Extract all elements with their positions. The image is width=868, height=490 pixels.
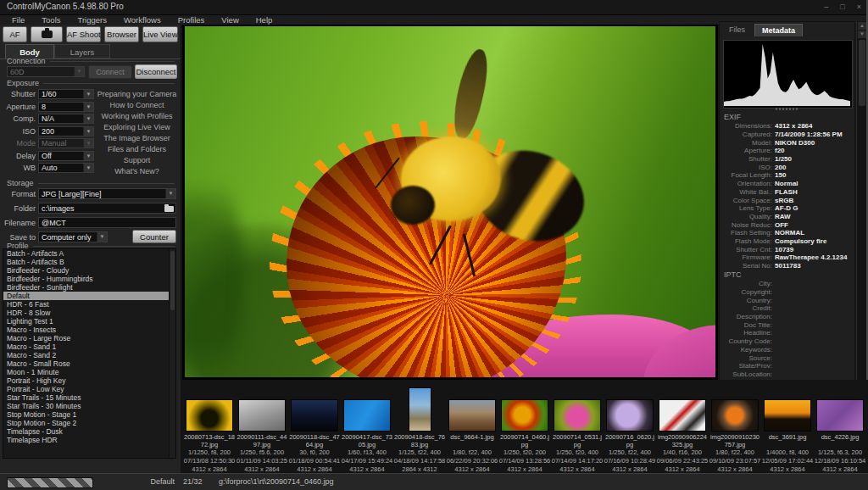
scrollbar-thumb[interactable] — [170, 251, 175, 310]
menu-item-view[interactable]: View — [213, 15, 247, 25]
thumbnail[interactable]: 20090417-dsc_7305.jpg1/60, f13, 40004/17… — [341, 387, 393, 472]
camera-select[interactable]: 60D ▼ — [7, 66, 85, 77]
folder-field[interactable]: c:\images — [38, 203, 176, 214]
chevron-down-icon[interactable]: ▼ — [83, 127, 93, 136]
scroll-up-icon[interactable]: ▲ — [858, 22, 866, 30]
thumbnail-image[interactable] — [291, 399, 338, 432]
thumbnail[interactable]: img20090906224325.jpg1/40, f16, 20009/06… — [656, 387, 709, 472]
thumbnail-image[interactable] — [659, 399, 706, 432]
format-select[interactable]: JPG [Large][Fine] ▼ — [38, 188, 176, 199]
live-view-button[interactable]: Live View — [142, 26, 178, 42]
shoot-button[interactable] — [31, 26, 63, 42]
tab-files[interactable]: Files — [722, 24, 752, 36]
thumbnail-image[interactable] — [554, 399, 601, 432]
thumbnail-image[interactable] — [343, 399, 391, 432]
profile-item[interactable]: Macro - Sand 1 — [3, 342, 175, 351]
thumbnail[interactable]: 20090714_0531.jpg1/250, f20, 40007/14/09… — [551, 387, 604, 472]
thumbnail-image[interactable] — [409, 387, 431, 432]
maximize-icon[interactable]: □ — [840, 1, 844, 14]
thumbnail[interactable]: dsc_3691.jpg1/4000, f8, 40012/05/09 17:0… — [761, 387, 814, 472]
profile-item[interactable]: Batch - Artifacts A — [3, 249, 175, 258]
profile-item[interactable]: Star Trails - 30 Minutes — [3, 402, 175, 410]
menu-item-profiles[interactable]: Profiles — [170, 15, 214, 25]
help-link-exploring-live-view[interactable]: Exploring Live View — [95, 122, 179, 133]
disconnect-button[interactable]: Disconnect — [135, 64, 177, 79]
help-link-how-to-connect[interactable]: How to Connect — [95, 100, 179, 111]
help-link-what-s-new[interactable]: What's New? — [95, 166, 179, 177]
af-shoot-button[interactable]: AF Shoot — [66, 26, 101, 42]
profile-list-scrollbar[interactable] — [169, 249, 175, 458]
profile-item[interactable]: Macro - Large Rose — [3, 334, 175, 342]
chevron-down-icon[interactable]: ▼ — [83, 114, 93, 123]
iso-select[interactable]: 200▼ — [38, 126, 94, 136]
chevron-down-icon[interactable]: ▼ — [83, 103, 93, 111]
tab-metadata[interactable]: Metadata — [754, 24, 803, 36]
help-link-the-image-browser[interactable]: The Image Browser — [95, 133, 179, 144]
profile-item[interactable]: Batch - Artifacts B — [3, 258, 175, 266]
chevron-down-icon[interactable]: ▼ — [83, 90, 93, 98]
profile-item[interactable]: Timelapse HDR — [3, 436, 175, 444]
chevron-down-icon[interactable]: ▼ — [165, 189, 175, 198]
thumbnail-image[interactable] — [606, 399, 654, 432]
menu-item-help[interactable]: Help — [248, 15, 281, 25]
thumbnail-image[interactable] — [816, 399, 864, 432]
thumbnail[interactable]: dsc_9664-1.jpg1/80, f22, 40006/22/09 20:… — [446, 387, 498, 472]
scroll-down-icon[interactable]: ▼ — [858, 31, 866, 38]
profile-item[interactable]: Lighting Test 1 — [3, 317, 175, 326]
thumbnail-image[interactable] — [238, 399, 286, 432]
help-link-support[interactable]: Support — [95, 155, 179, 166]
menu-item-tools[interactable]: Tools — [33, 15, 69, 25]
profile-item[interactable]: Macro - Small Rose — [3, 359, 175, 368]
thumbnail-image[interactable] — [186, 399, 233, 432]
chevron-down-icon[interactable]: ▼ — [83, 152, 93, 160]
minimize-icon[interactable]: – — [824, 1, 828, 14]
delay-select[interactable]: Off▼ — [38, 151, 94, 161]
thumbnail[interactable]: dsc_4226.jpg1/125, f6.3, 20012/18/09 16:… — [814, 387, 866, 472]
profile-item[interactable]: HDR - 8 Slow — [3, 309, 175, 317]
browser-button[interactable]: Browser — [104, 26, 139, 42]
shutter-select[interactable]: 1/60▼ — [38, 89, 94, 99]
help-link-files-and-folders[interactable]: Files and Folders — [95, 144, 179, 155]
thumbnail[interactable]: 20090118-dsc_4764.jpg30, f0, 20001/18/09… — [288, 387, 341, 472]
thumbnail[interactable]: 20090716_0620.jpg1/250, f22, 40007/16/09… — [604, 387, 656, 472]
profile-item[interactable]: Birdfeeder - Hummingbirds — [3, 275, 175, 283]
comp-select[interactable]: N/A▼ — [38, 114, 94, 124]
scrollbar-thumb[interactable] — [859, 40, 865, 106]
histogram-resize-grip[interactable] — [776, 108, 799, 110]
profile-item[interactable]: Birdfeeder - Cloudy — [3, 266, 175, 275]
filename-field[interactable]: @MCT — [38, 217, 176, 228]
thumbnail[interactable]: 20090418-dsc_7683.jpg1/125, f22, 40004/1… — [393, 387, 446, 472]
thumbnail-image[interactable] — [501, 399, 548, 432]
aperture-select[interactable]: 8▼ — [38, 102, 94, 112]
af-button[interactable]: AF — [3, 26, 27, 42]
profile-item[interactable]: Birdfeeder - Sunlight — [3, 283, 175, 292]
close-icon[interactable]: × — [857, 1, 861, 14]
menu-item-workflows[interactable]: Workflows — [115, 15, 170, 25]
help-link-preparing-your-camera[interactable]: Preparing your Camera — [95, 89, 179, 100]
thumbnail[interactable]: 20090111-dsc_4497.jpg1/250, f5.6, 20001/… — [236, 387, 288, 472]
folder-icon[interactable] — [164, 206, 174, 212]
profile-item[interactable]: Timelapse - Dusk — [3, 427, 175, 436]
profile-item[interactable]: HDR - 6 Fast — [3, 300, 175, 309]
profile-item[interactable]: Portrait - High Key — [3, 376, 175, 385]
thumbnail[interactable]: 20090714_0460.jpg1/250, f20, 20007/14/09… — [498, 387, 551, 472]
profile-item[interactable]: Stop Motion - Stage 1 — [3, 410, 175, 419]
profile-item[interactable]: Star Trails - 15 Minutes — [3, 393, 175, 402]
profile-item[interactable]: Default — [3, 292, 175, 300]
thumbnail[interactable]: img20090910230757.jpg1/80, f22, 40009/10… — [709, 387, 761, 472]
connect-button[interactable]: Connect — [88, 65, 132, 79]
profile-item[interactable]: Moon - 1 Minute — [3, 368, 175, 376]
thumbnail-image[interactable] — [711, 399, 759, 432]
thumbnail-image[interactable] — [764, 399, 811, 432]
thumbnail[interactable]: 20080713-dsc_1872.jpg1/1250, f8, 20007/1… — [183, 387, 236, 472]
help-link-working-with-profiles[interactable]: Working with Profiles — [95, 111, 179, 122]
profile-item[interactable]: Portrait - Low Key — [3, 385, 175, 393]
profile-item[interactable]: Macro - Sand 2 — [3, 351, 175, 359]
chevron-down-icon[interactable]: ▼ — [97, 232, 107, 242]
profile-item[interactable]: Stop Motion - Stage 2 — [3, 419, 175, 427]
chevron-down-icon[interactable]: ▼ — [83, 164, 93, 172]
menu-item-file[interactable]: File — [3, 15, 33, 25]
thumbnail-image[interactable] — [448, 399, 496, 432]
wb-select[interactable]: Auto▼ — [38, 163, 94, 173]
profile-item[interactable]: Macro - Insects — [3, 326, 175, 334]
